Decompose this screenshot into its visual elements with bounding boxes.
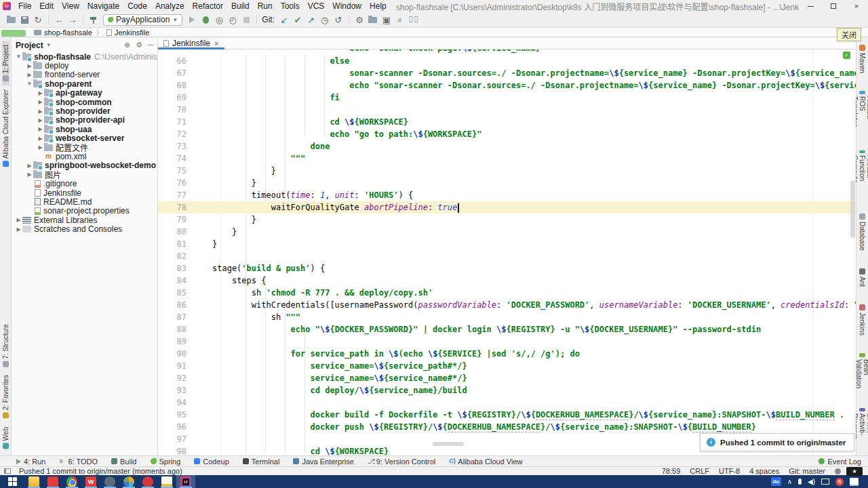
- tool-strip-item-database[interactable]: Database: [859, 209, 866, 255]
- tool-strip-item-jenkins[interactable]: Jenkins: [859, 300, 866, 340]
- run-configuration-select[interactable]: PayApplication ▼: [103, 14, 182, 26]
- vcs-update-button[interactable]: ↙: [277, 14, 291, 26]
- open-button[interactable]: [4, 14, 18, 26]
- code-line-75[interactable]: 75 }: [158, 165, 856, 177]
- caret-position[interactable]: 78:59: [662, 467, 681, 475]
- monitor-icon[interactable]: [821, 479, 829, 485]
- tool-window-button-java-enterprise[interactable]: Java Enterprise: [293, 458, 353, 466]
- tree-item-shop-provider-api[interactable]: ▶shop-provider-api: [12, 116, 157, 125]
- menu-navigate[interactable]: Navigate: [83, 0, 123, 12]
- tree-item-shop-flashsale[interactable]: ▼shop-flashsaleC:\Users\Administrator\De…: [12, 52, 157, 61]
- code-line-72[interactable]: 72 echo "go to path:\${WORKSPACE}": [158, 128, 856, 140]
- tree-item-shop-parent[interactable]: ▼shop-parent: [12, 79, 157, 88]
- tree-item-shop-uaa[interactable]: ▶shop-uaa: [12, 125, 157, 134]
- menu-file[interactable]: File: [14, 0, 35, 12]
- project-view-chevron-icon[interactable]: ▼: [46, 42, 52, 48]
- tree-item-websocket-server[interactable]: ▶websocket-server: [12, 134, 157, 143]
- code-line-84[interactable]: 84 steps {: [158, 274, 856, 287]
- tab-jenkinsfile[interactable]: Jenkinsfile ✕: [158, 38, 224, 49]
- code-line-67[interactable]: 67 sonar-scanner -Dsonar.sources=./ -Dso…: [158, 67, 856, 79]
- tool-window-button-4-run[interactable]: 4: Run: [16, 458, 45, 466]
- coverage-button[interactable]: ◎: [212, 14, 226, 26]
- code-line-69[interactable]: 69 fi: [158, 92, 856, 104]
- code-line-87[interactable]: 87 sh """: [158, 311, 856, 323]
- breadcrumb-project[interactable]: shop-flashsale: [34, 28, 92, 37]
- code-line-88[interactable]: 88 echo "\${DOCKER_PASSWORD}" | docker l…: [158, 323, 856, 336]
- tree-item-gitignore[interactable]: .gitignore: [12, 179, 157, 188]
- tree-item-sonar-project-properties[interactable]: sonar-project.properties: [12, 207, 157, 216]
- chevron-collapsed-icon[interactable]: ▶: [37, 136, 43, 142]
- code-line-81[interactable]: 81}: [158, 238, 856, 250]
- code-editor[interactable]: echo "sonar check page:\${service_name}"…: [158, 49, 856, 455]
- tree-item-springboot-websocket-demo[interactable]: ▶springboot-websocket-demo: [12, 161, 157, 170]
- chevron-collapsed-icon[interactable]: ▶: [37, 144, 43, 150]
- sync-button[interactable]: ↻: [31, 14, 45, 26]
- tool-strip-item-7-structure[interactable]: 7: Structure: [2, 320, 9, 371]
- tree-item-jenkinsfile[interactable]: Jenkinsfile: [12, 188, 157, 197]
- project-structure-button[interactable]: [366, 14, 380, 26]
- tab-close-icon[interactable]: ✕: [214, 40, 219, 47]
- git-branch[interactable]: Git: master: [789, 467, 825, 475]
- tree-item-shop-provider[interactable]: ▶shop-provider: [12, 106, 157, 115]
- tool-window-button-alibaba-cloud-view[interactable]: C)Alibaba Cloud View: [449, 458, 522, 466]
- menu-code[interactable]: Code: [123, 0, 151, 12]
- inspections-ok-icon[interactable]: ✓: [843, 52, 850, 59]
- taskbar-app-idea[interactable]: [176, 475, 195, 488]
- save-button[interactable]: [18, 14, 31, 26]
- chevron-collapsed-icon[interactable]: ▶: [37, 117, 43, 123]
- menu-view[interactable]: View: [58, 0, 83, 12]
- taskbar-app-gear[interactable]: [100, 475, 119, 488]
- code-line-95[interactable]: 95 docker build -f Dockerfile -t \${REGI…: [158, 409, 856, 421]
- menu-analyze[interactable]: Analyze: [151, 0, 189, 12]
- code-line-73[interactable]: 73 done: [158, 140, 856, 152]
- vcs-commit-button[interactable]: ✔: [291, 14, 304, 26]
- code-line-92[interactable]: 92 service_name=\${service_name#*/}: [158, 372, 856, 384]
- code-line-66[interactable]: 66 else: [158, 55, 856, 67]
- vcs-push-button[interactable]: ➚: [304, 14, 318, 26]
- tool-strip-item-bean-validation[interactable]: Bean Validation: [855, 349, 868, 394]
- build-button[interactable]: [87, 14, 100, 26]
- indent-setting[interactable]: 4 spaces: [749, 467, 779, 475]
- minimize-button[interactable]: [799, 0, 822, 12]
- menu-vcs[interactable]: VCS: [304, 0, 329, 12]
- tool-strip-item-maven[interactable]: Maven: [859, 41, 866, 77]
- chevron-collapsed-icon[interactable]: ▶: [16, 226, 22, 232]
- sogou-input-icon[interactable]: S: [835, 478, 844, 486]
- speaker-icon[interactable]: ◀): [808, 478, 815, 485]
- vertical-scrollbar[interactable]: [850, 180, 855, 238]
- menu-refactor[interactable]: Refactor: [189, 0, 227, 12]
- stop-button[interactable]: [239, 14, 253, 26]
- tool-window-toggle-icon[interactable]: [4, 468, 11, 474]
- code-line-70[interactable]: 70: [158, 104, 856, 116]
- chevron-collapsed-icon[interactable]: ▶: [26, 72, 33, 78]
- run-button[interactable]: [185, 14, 199, 26]
- restore-layout-button[interactable]: ▣: [380, 14, 393, 26]
- tool-window-button-codeup[interactable]: Codeup: [194, 458, 229, 466]
- tool-strip-item-1-project[interactable]: 1: Project: [2, 41, 9, 85]
- code-line-86[interactable]: 86 withCredentials([usernamePassword(pas…: [158, 299, 856, 311]
- gear-icon[interactable]: ⚙: [136, 41, 142, 49]
- tree-item-deploy[interactable]: ▶deploy: [12, 61, 157, 70]
- tool-window-button-6-todo[interactable]: ≡6: TODO: [59, 458, 98, 466]
- close-button[interactable]: ×: [845, 0, 868, 12]
- menu-help[interactable]: Help: [366, 0, 391, 12]
- tree-item-api-gateway[interactable]: ▶api-gateway: [12, 89, 157, 98]
- screenshot-overlay-icon[interactable]: ★: [846, 467, 863, 476]
- tool-window-button-9-version-control[interactable]: ⎇9: Version Control: [368, 458, 435, 466]
- code-line-76[interactable]: 76 }: [158, 177, 856, 189]
- code-line-80[interactable]: 80 }: [158, 226, 856, 238]
- tool-strip-item-web[interactable]: Web: [2, 423, 9, 453]
- tree-item-shop-common[interactable]: ▶shop-common: [12, 98, 157, 106]
- search-everywhere-button[interactable]: ⌕: [393, 14, 407, 26]
- taskbar-app-explorer[interactable]: [24, 475, 43, 488]
- back-button[interactable]: ←: [52, 14, 66, 26]
- code-line-79[interactable]: 79 }: [158, 214, 856, 226]
- profiler-button[interactable]: ◴: [226, 14, 239, 26]
- tree-item-item[interactable]: ▶图片: [12, 170, 157, 179]
- tree-item-frontend-server[interactable]: ▶frontend-server: [12, 70, 157, 79]
- tool-strip-item-ant[interactable]: Ant: [859, 264, 866, 291]
- tree-item-external-libraries[interactable]: ▶External Libraries: [12, 216, 157, 224]
- menu-window[interactable]: Window: [328, 0, 366, 12]
- chevron-expanded-icon[interactable]: ▼: [26, 81, 33, 87]
- taskbar-app-notepad[interactable]: [157, 475, 176, 488]
